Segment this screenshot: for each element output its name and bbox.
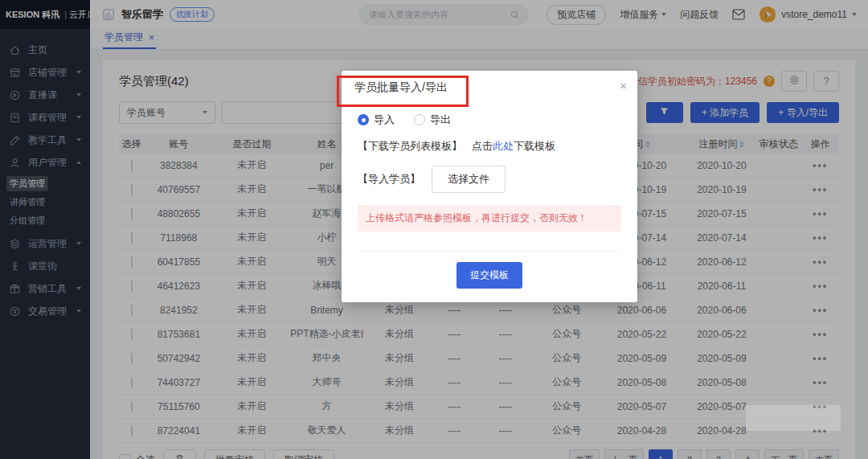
download-hint: 点击此处下载模板 (472, 139, 555, 154)
download-template-link[interactable]: 此处 (493, 140, 514, 152)
choose-file-button[interactable]: 选择文件 (432, 166, 506, 193)
radio-selected-icon (358, 114, 369, 125)
radio-export-label: 导出 (430, 113, 451, 127)
close-icon[interactable]: × (620, 79, 627, 92)
import-export-modal: 学员批量导入/导出 × 导入 导出 【下载学员列表模板】 点击此处下载模板 (342, 71, 637, 302)
import-student-label: 【导入学员】 (358, 172, 420, 186)
download-hint-post: 下载模板 (514, 140, 555, 152)
submit-template-button[interactable]: 提交模板 (457, 262, 522, 289)
download-hint-pre: 点击 (472, 140, 493, 152)
download-template-label: 【下载学员列表模板】 (358, 139, 462, 154)
radio-import-label: 导入 (374, 113, 395, 127)
radio-unselected-icon (414, 114, 425, 125)
upload-format-warning: 上传格式请严格参照模板，再进行提交，否则无效！ (358, 205, 621, 232)
mode-radio-group: 导入 导出 (358, 113, 621, 127)
radio-import[interactable]: 导入 (358, 113, 395, 127)
modal-title: 学员批量导入/导出 (354, 80, 448, 93)
highlight-patch (746, 405, 841, 431)
radio-export[interactable]: 导出 (414, 113, 451, 127)
app-window: KESION 科汛 | 云开店 主页店铺管理直播课课程管理教学工具用户管理学员管… (0, 0, 868, 459)
